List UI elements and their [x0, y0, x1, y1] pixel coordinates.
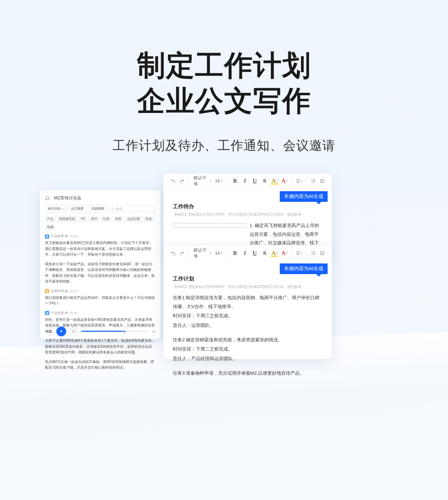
svg-point-6: [312, 253, 312, 253]
timestamp: 00:05: [70, 235, 78, 238]
textcolor-button[interactable]: A▾: [280, 176, 289, 186]
message: ▮ 产品经理-李 00:05 讯飞智能全向麦克风M2已经进入最后内测阶段，计划在…: [40, 234, 160, 289]
fontsize-select[interactable]: 14▾: [214, 251, 224, 256]
message: ▮ 运营经理-赵 00:35 我们后续要进行相关产品运营动作，功能卖点主要是什么…: [40, 289, 160, 311]
checkbox[interactable]: [173, 223, 247, 228]
speaker-name: 运营经理-赵: [51, 289, 68, 294]
plan-editor-card: 默认字体▾ 14▾ B I U S A▾ A▾ ▾ 本侧内容为AI生成 工作计划…: [164, 246, 332, 359]
checklist-button[interactable]: [318, 176, 326, 186]
ai-badge: 本侧内容为AI生成: [280, 191, 328, 202]
underline-button[interactable]: U: [250, 249, 259, 258]
svg-point-3: [312, 182, 312, 182]
timestamp: 00:42: [70, 311, 78, 315]
undo-button[interactable]: [169, 176, 177, 186]
plan-title: 工作计划: [173, 275, 323, 282]
playback-rate[interactable]: 1x: [152, 330, 155, 333]
align-button[interactable]: ▾: [295, 176, 303, 186]
hero-subtitle: 工作计划及待办、工作通知、会议邀请: [0, 137, 448, 154]
message-text: 其次M2可以做一款全自动的字幕组。将M2使用有线模式连接电脑，搭配讯飞听见客户端…: [45, 359, 155, 371]
chevron-down-icon: ▾: [62, 207, 63, 210]
tag[interactable]: 智能麦克风: [57, 216, 77, 222]
home-icon[interactable]: [45, 195, 50, 201]
avatar-icon: ▮: [45, 289, 49, 293]
message-text: 大家可以看到M2机身4个面角处各有1个麦克风，组成的4阵列麦克风，能够实现360…: [45, 338, 155, 356]
bold-button[interactable]: B: [230, 176, 239, 186]
highlight-button[interactable]: A▾: [270, 176, 279, 186]
editor-toolbar: 默认字体▾ 14▾ B I U S A▾ A▾ ▾: [164, 246, 332, 261]
font-select[interactable]: 默认字体▾: [192, 247, 213, 259]
italic-button[interactable]: I: [240, 176, 249, 186]
plan-task: 任务2:确定营销渠道和优先级，考虑资源紧张的情况。: [173, 336, 323, 345]
list-button[interactable]: [309, 249, 317, 258]
avatar-icon: ▮: [45, 311, 49, 315]
chevron-down-icon: ▾: [210, 179, 211, 183]
progress-handle[interactable]: [123, 330, 126, 333]
tag[interactable]: 收音: [143, 216, 154, 222]
progress-bar[interactable]: [81, 331, 148, 332]
chevron-down-icon: ▾: [221, 251, 223, 255]
tag[interactable]: M2: [79, 216, 87, 222]
plan-owner: 责任人：产品经理和运营团队。: [173, 354, 323, 363]
forward-button[interactable]: [70, 328, 78, 335]
svg-rect-4: [321, 179, 324, 182]
list-button[interactable]: [309, 176, 317, 186]
bold-button[interactable]: B: [230, 249, 239, 258]
tag[interactable]: 会议纪要: [125, 216, 142, 222]
tag[interactable]: 电脑: [45, 224, 56, 231]
message-text: 我先来介绍一下这款产品。这款讯飞智能全向麦克风M2，是一款定位于清晰收音、高保真…: [45, 261, 155, 285]
chevron-down-icon: ▾: [221, 179, 223, 183]
italic-button[interactable]: I: [240, 249, 249, 258]
underline-button[interactable]: U: [250, 176, 259, 186]
tag[interactable]: 用户: [89, 216, 100, 222]
play-button[interactable]: [56, 326, 66, 336]
search-box[interactable]: [109, 206, 155, 212]
filter-display[interactable]: 展示内容▾: [45, 205, 66, 213]
filter-arrange[interactable]: 语篇规整: [89, 205, 107, 213]
svg-point-1: [312, 179, 312, 180]
svg-point-5: [312, 251, 312, 252]
tag[interactable]: 产品: [45, 216, 56, 222]
checklist-button[interactable]: [318, 249, 326, 258]
svg-rect-8: [321, 251, 324, 255]
redo-button[interactable]: [178, 176, 186, 186]
todo-meta: 【AIGC】您的原始文件共1768字，星火大模型已生成194字的工作待办，供您参…: [173, 212, 323, 217]
chevron-down-icon: ▾: [210, 251, 211, 255]
hero-line2: 企业公文写作: [137, 85, 311, 117]
textcolor-button[interactable]: A▾: [280, 249, 289, 258]
strike-button[interactable]: S: [260, 176, 269, 186]
todo-title: 工作待办: [173, 203, 323, 210]
tag-row: 产品 智能麦克风 M2 用户 记录 语音 会议纪要 收音 电脑: [40, 216, 160, 234]
audio-player: 1x: [40, 323, 160, 339]
tag[interactable]: 记录: [101, 216, 112, 222]
search-input[interactable]: [116, 207, 153, 211]
align-button[interactable]: ▾: [295, 249, 303, 258]
ai-badge: 本侧内容为AI生成: [280, 263, 328, 274]
svg-point-0: [112, 208, 113, 209]
undo-button[interactable]: [169, 249, 177, 258]
plan-meta: 【AIGC】您的原始文件共2068字，星火大模型已生成228字的工作计划，供您参…: [173, 284, 323, 289]
progress-fill: [81, 331, 124, 332]
rewind-button[interactable]: [45, 328, 53, 335]
filter-summary[interactable]: 全文摘要: [68, 205, 86, 213]
plan-owner: 责任人：运营团队。: [173, 321, 323, 330]
fontsize-select[interactable]: 14▾: [214, 178, 224, 183]
message-text: 我们后续要进行相关产品运营动作，功能卖点主要是什么？可以详细说一下吗？: [45, 295, 155, 307]
strike-button[interactable]: S: [260, 249, 269, 258]
font-select[interactable]: 默认字体▾: [192, 175, 213, 187]
plan-task: 任务1:制定详细宣传方案，包括内容营销、电商平台推广、用户评价口碑传播、大V合作…: [173, 294, 323, 311]
tag[interactable]: 语音: [113, 216, 124, 222]
redo-button[interactable]: [178, 249, 186, 258]
hero-line1: 制定工作计划: [137, 50, 311, 81]
avatar-icon: ▮: [45, 234, 49, 239]
search-icon: [112, 207, 114, 210]
transcript-card: M2宣传讨论会 展示内容▾ 全文摘要 语篇规整 产品 智能麦克风 M2 用户 记…: [40, 190, 160, 339]
todo-editor-card: 默认字体▾ 14▾ B I U S A▾ A▾ ▾ 本侧内容为AI生成 工作待办…: [164, 174, 332, 253]
svg-point-2: [312, 181, 312, 181]
plan-time: 时间安排：下周三之前完成。: [173, 312, 323, 320]
plan-time: 时间安排：下周二之前完成。: [173, 345, 323, 354]
speaker-name: 产品经理-李: [51, 311, 68, 316]
highlight-button[interactable]: A▾: [270, 249, 279, 258]
editor-toolbar: 默认字体▾ 14▾ B I U S A▾ A▾ ▾: [164, 174, 332, 188]
timestamp: 00:35: [70, 289, 78, 293]
transcript-title: M2宣传讨论会: [54, 195, 81, 201]
